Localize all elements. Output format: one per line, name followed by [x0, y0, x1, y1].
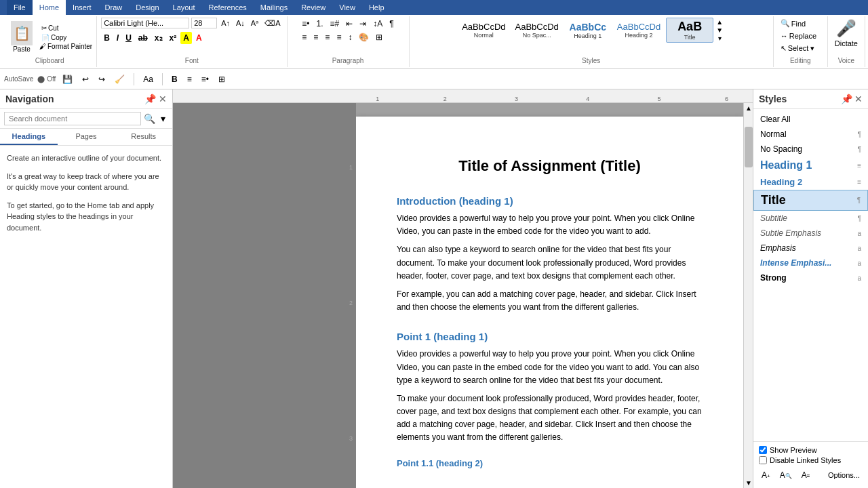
bold-toolbar-button[interactable]: B — [169, 73, 180, 85]
styles-scroll-down-button[interactable]: ▼ — [715, 26, 724, 34]
tab-headings[interactable]: Headings — [0, 129, 58, 145]
increase-font-size-button[interactable]: A↑ — [219, 18, 232, 28]
change-case-button[interactable]: Aᵃ — [249, 18, 260, 28]
find-button[interactable]: 🔍 Find — [778, 18, 823, 29]
multilevel-list-button[interactable]: ≡# — [328, 18, 342, 30]
tab-home[interactable]: Home — [33, 0, 66, 15]
cut-button[interactable]: ✂ Cut — [39, 24, 92, 33]
tab-mailings[interactable]: Mailings — [254, 0, 294, 15]
style-heading1[interactable]: AaBbCc Heading 1 — [564, 20, 612, 41]
tab-help[interactable]: Help — [362, 0, 391, 15]
style-entry-clear-all[interactable]: Clear All — [753, 112, 868, 127]
disable-linked-checkbox[interactable] — [759, 456, 767, 464]
para-intro-2[interactable]: You can also type a keyword to search on… — [397, 243, 703, 283]
tab-draw[interactable]: Draw — [98, 0, 130, 15]
inspector-button[interactable]: A🔍 — [777, 469, 795, 481]
style-entry-normal[interactable]: Normal ¶ — [753, 127, 868, 142]
italic-button[interactable]: I — [114, 32, 121, 44]
style-title[interactable]: AaB Title — [666, 18, 713, 43]
show-preview-label[interactable]: Show Preview — [770, 446, 817, 454]
tab-references[interactable]: References — [202, 0, 254, 15]
underline-button[interactable]: U — [123, 32, 134, 44]
options-button[interactable]: Options... — [825, 470, 863, 481]
search-dropdown-button[interactable]: ▾ — [158, 112, 168, 125]
paste-button[interactable]: 📋 Paste — [7, 20, 37, 54]
align-right-button[interactable]: ≡ — [322, 31, 332, 43]
clear-formatting-toolbar-button[interactable]: 🧹 — [112, 73, 127, 85]
style-entry-heading2[interactable]: Heading 2 ≡ — [753, 174, 868, 190]
font-name-input[interactable] — [101, 18, 189, 28]
style-entry-strong[interactable]: Strong a — [753, 270, 868, 285]
undo-button[interactable]: ↩ — [79, 73, 92, 85]
tab-design[interactable]: Design — [129, 0, 165, 15]
copy-button[interactable]: 📄 Copy — [39, 33, 92, 42]
style-entry-intense-emphasis[interactable]: Intense Emphasi... a — [753, 256, 868, 270]
document-page[interactable]: Title of Assignment (Title) Introduction… — [356, 117, 743, 488]
align-toolbar-button[interactable]: ≡ — [184, 73, 195, 85]
tab-file[interactable]: File — [7, 0, 33, 15]
format-painter-button[interactable]: 🖌 Format Painter — [39, 43, 92, 50]
tab-layout[interactable]: Layout — [166, 0, 202, 15]
font-size-input[interactable] — [191, 18, 217, 28]
superscript-button[interactable]: x² — [167, 32, 180, 44]
show-marks-button[interactable]: ¶ — [387, 18, 396, 30]
case-button[interactable]: Aa — [140, 73, 156, 85]
autosave-toggle[interactable]: ⬤ Off — [37, 75, 56, 83]
styles-more-button[interactable]: ▾ — [715, 35, 724, 42]
save-button[interactable]: 💾 — [60, 73, 75, 85]
style-entry-subtitle[interactable]: Subtitle ¶ — [753, 211, 868, 226]
para-point1-2[interactable]: To make your document look professionall… — [397, 392, 703, 445]
shading-button[interactable]: 🎨 — [356, 31, 372, 43]
redo-button[interactable]: ↪ — [96, 73, 108, 85]
line-spacing-button[interactable]: ↕ — [345, 31, 355, 43]
select-button[interactable]: ↖ Select ▾ — [778, 43, 823, 54]
heading-introduction[interactable]: Introduction (heading 1) — [397, 195, 703, 207]
replace-button[interactable]: ↔ Replace — [778, 30, 823, 41]
navigation-close-button[interactable]: ✕ — [159, 94, 167, 104]
font-color-button[interactable]: A — [193, 32, 205, 44]
tab-view[interactable]: View — [332, 0, 362, 15]
navigation-pin-button[interactable]: 📌 — [144, 94, 156, 104]
style-entry-emphasis[interactable]: Emphasis a — [753, 241, 868, 256]
align-left-button[interactable]: ≡ — [299, 31, 309, 43]
document-title[interactable]: Title of Assignment (Title) — [397, 157, 703, 175]
tab-insert[interactable]: Insert — [66, 0, 98, 15]
scroll-up-button[interactable]: ▲ — [744, 103, 753, 113]
text-highlight-button[interactable]: A — [180, 32, 192, 44]
subscript-button[interactable]: x₂ — [152, 32, 165, 44]
heading-point1[interactable]: Point 1 (heading 1) — [397, 331, 703, 342]
decrease-font-size-button[interactable]: A↓ — [234, 18, 247, 28]
tab-results[interactable]: Results — [115, 129, 172, 145]
bullets-button[interactable]: ≡• — [299, 18, 312, 30]
tab-pages[interactable]: Pages — [58, 129, 115, 145]
search-button[interactable]: 🔍 — [141, 112, 158, 125]
dictate-button[interactable]: 🎤 Dictate — [832, 18, 861, 49]
show-preview-checkbox[interactable] — [759, 446, 767, 454]
list-toolbar-button[interactable]: ≡• — [199, 73, 212, 85]
scrollbar-thumb[interactable] — [745, 127, 753, 167]
disable-linked-label[interactable]: Disable Linked Styles — [770, 456, 841, 464]
align-center-button[interactable]: ≡ — [311, 31, 321, 43]
style-no-spacing[interactable]: AaBbCcDd No Spac... — [511, 20, 563, 40]
para-point1-1[interactable]: Video provides a powerful way to help yo… — [397, 348, 703, 387]
style-heading2[interactable]: AaBbCcDd Heading 2 — [613, 20, 665, 40]
tab-review[interactable]: Review — [294, 0, 332, 15]
justify-button[interactable]: ≡ — [334, 31, 344, 43]
style-entry-no-spacing[interactable]: No Spacing ¶ — [753, 142, 868, 157]
search-input[interactable] — [4, 112, 141, 125]
style-entry-title[interactable]: Title ¶ — [753, 190, 868, 211]
styles-scroll-up-button[interactable]: ▲ — [715, 18, 724, 26]
borders-button[interactable]: ⊞ — [373, 31, 385, 43]
decrease-indent-button[interactable]: ⇤ — [343, 18, 355, 30]
vertical-scrollbar[interactable]: ▲ ▼ — [743, 103, 753, 488]
para-intro-3[interactable]: For example, you can add a matching cove… — [397, 288, 703, 314]
scroll-down-button[interactable]: ▼ — [744, 478, 753, 488]
new-style-button[interactable]: A+ — [759, 469, 773, 481]
styles-pin-button[interactable]: 📌 — [841, 94, 852, 104]
heading-point11[interactable]: Point 1.1 (heading 2) — [397, 458, 703, 468]
para-intro-1[interactable]: Video provides a powerful way to help yo… — [397, 212, 703, 238]
style-entry-heading1[interactable]: Heading 1 ≡ — [753, 157, 868, 174]
numbering-button[interactable]: 1. — [314, 18, 326, 30]
table-toolbar-button[interactable]: ⊞ — [216, 73, 228, 85]
sort-button[interactable]: ↕A — [370, 18, 385, 30]
